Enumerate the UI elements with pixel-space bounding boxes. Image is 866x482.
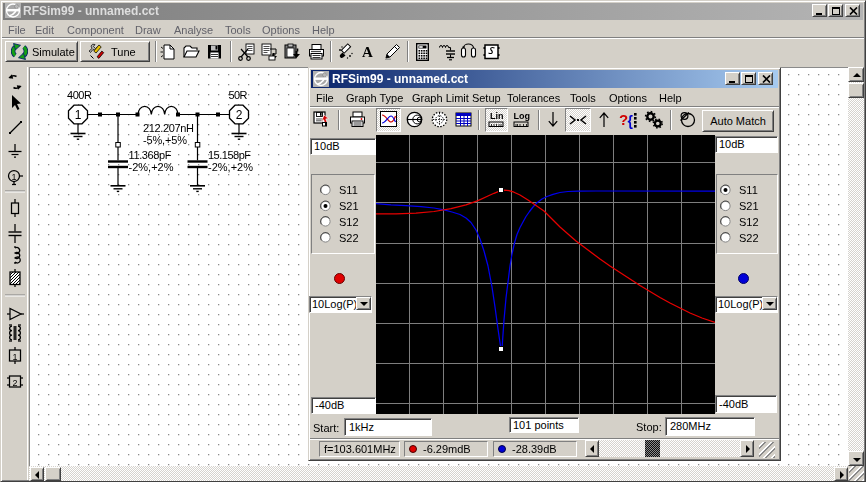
svg-text:S22: S22 [339, 232, 359, 244]
svg-text:S12: S12 [339, 216, 359, 228]
svg-text:212.207nH: 212.207nH [143, 122, 194, 134]
svg-text:50R: 50R [229, 89, 248, 101]
svg-text:S11: S11 [739, 184, 758, 196]
svg-text:S22: S22 [739, 232, 759, 244]
svg-text:11.368pF: 11.368pF [129, 149, 172, 161]
svg-text:S11: S11 [339, 184, 358, 196]
svg-text:1: 1 [11, 172, 16, 182]
svg-text:2: 2 [236, 108, 243, 122]
svg-text:400R: 400R [67, 89, 92, 101]
svg-text:1: 1 [12, 352, 17, 362]
svg-text:{: { [628, 113, 634, 129]
svg-text:-5%,+5%: -5%,+5% [143, 134, 187, 146]
svg-text:Log: Log [514, 111, 531, 121]
svg-text:S21: S21 [739, 200, 759, 212]
svg-text:S21: S21 [339, 200, 359, 212]
svg-text:Lin: Lin [490, 111, 504, 121]
svg-text:2: 2 [12, 378, 17, 388]
svg-text:-2%,+2%: -2%,+2% [208, 161, 253, 173]
svg-text:S12: S12 [739, 216, 759, 228]
svg-text:15.158pF: 15.158pF [208, 149, 251, 161]
svg-text:1: 1 [75, 108, 82, 122]
svg-text:-2%,+2%: -2%,+2% [129, 161, 174, 173]
